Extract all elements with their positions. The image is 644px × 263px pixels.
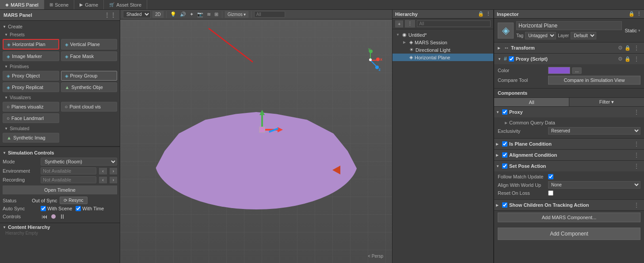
image-marker-btn[interactable]: ◈ Image Marker <box>3 51 59 61</box>
gizmos-chevron: ▾ <box>244 12 246 17</box>
tab-game[interactable]: ▶ Game <box>74 0 104 9</box>
sim-mode-select[interactable]: Synthetic (Room) <box>41 158 117 166</box>
plane-cond-menu-btn[interactable]: ⋮ <box>633 140 640 147</box>
transform-component: ▶ ↔ Transform ⚙ 🔒 ⋮ <box>494 43 644 54</box>
effects-icon[interactable]: ✦ <box>189 12 194 17</box>
env-next-btn[interactable]: › <box>110 168 117 174</box>
transform-settings-icon[interactable]: ⚙ <box>618 45 623 51</box>
transform-lock-icon[interactable]: 🔒 <box>625 45 631 51</box>
show-children-enabled[interactable] <box>502 202 507 208</box>
pose-action-header[interactable]: ▼ Set Pose Action ⋮ <box>494 161 644 171</box>
synthetic-obj-btn[interactable]: ▲ Synthetic Obje <box>61 82 118 92</box>
proxy-script-lock-icon[interactable]: 🔒 <box>625 56 631 62</box>
transform-menu-btn[interactable]: ⋮ <box>633 44 640 51</box>
proxy-header[interactable]: ▼ Proxy ⋮ <box>494 107 644 117</box>
transform-center[interactable] <box>259 127 265 133</box>
proxy-object-btn[interactable]: ◈ Proxy Object <box>3 71 59 81</box>
color-picker-btn[interactable]: ... <box>572 67 582 74</box>
hier-more-btn[interactable]: ⋮ <box>405 20 415 27</box>
gizmo-y-label: y <box>368 47 370 51</box>
planes-viz-btn[interactable]: ○ Planes visualiz <box>3 102 59 112</box>
camera-icon[interactable]: 📷 <box>196 12 204 17</box>
separator-3 <box>251 11 252 18</box>
gizmos-btn[interactable]: Gizmos ▾ <box>225 11 248 18</box>
proxy-group-btn[interactable]: ◈ Proxy Group <box>61 71 118 81</box>
proxy-script-header[interactable]: ▼ # Proxy (Script) ⚙ 🔒 ⋮ <box>494 54 644 64</box>
panel-drag-handle[interactable]: ⋮⋮ <box>104 12 116 19</box>
follow-match-row: Follow Match Update <box>498 173 640 180</box>
align-cond-menu-btn[interactable]: ⋮ <box>633 151 640 159</box>
pose-action-menu-btn[interactable]: ⋮ <box>633 162 640 170</box>
playhead-indicator <box>51 214 56 219</box>
scene-viewport[interactable]: y x z < Persp <box>120 19 392 263</box>
tab-asset-store[interactable]: 🛒 Asset Store <box>104 0 147 9</box>
rec-prev-btn[interactable]: ‹ <box>99 177 107 183</box>
2d-btn[interactable]: 2D <box>152 11 164 18</box>
rec-next-btn[interactable]: › <box>110 177 117 183</box>
face-mask-btn[interactable]: ◈ Face Mask <box>61 51 118 61</box>
filter-filter-btn[interactable]: Filter ▾ <box>569 98 644 106</box>
tree-item-horizontal-plane[interactable]: ◈ Horizontal Plane <box>392 54 493 61</box>
rewind-btn[interactable]: ⏮ <box>42 213 48 220</box>
pause-btn[interactable]: ⏸ <box>59 213 65 220</box>
filter-all-btn[interactable]: All <box>494 98 569 106</box>
y-axis-handle[interactable] <box>261 114 263 127</box>
align-world-up-row: Align With World Up None <box>498 180 640 190</box>
object-type-icon: ◈ <box>502 25 510 36</box>
hierarchy-tree: ▼ ◉ Untitled* ▶ ◈ MARS Session ☀ Directi… <box>392 29 493 63</box>
shading-select[interactable]: Shaded <box>123 11 151 18</box>
add-component-btn[interactable]: Add Component <box>498 228 640 240</box>
tree-item-mars-session[interactable]: ▶ ◈ MARS Session <box>392 39 493 46</box>
proxy-enabled[interactable] <box>502 109 507 115</box>
audio-icon[interactable]: 🔊 <box>179 12 187 17</box>
hierarchy-search-input[interactable] <box>417 20 491 27</box>
with-scene-checkbox[interactable] <box>41 206 46 211</box>
add-mars-component-btn[interactable]: Add MARS Component... <box>498 213 640 222</box>
light-icon[interactable]: 💡 <box>169 12 177 17</box>
compare-tool-row: Compare Tool Compare in Simulation View <box>498 75 640 85</box>
proxy-script-menu-btn[interactable]: ⋮ <box>633 55 640 62</box>
static-dropdown-arrow[interactable]: ▾ <box>638 28 640 33</box>
with-time-checkbox[interactable] <box>76 206 81 211</box>
transform-header[interactable]: ▶ ↔ Transform ⚙ 🔒 ⋮ <box>494 43 644 53</box>
tree-item-directional-light[interactable]: ☀ Directional Light <box>392 46 493 54</box>
mars-panel-icon: ◈ <box>5 2 9 7</box>
tab-mars-panel[interactable]: ◈ MARS Panel <box>0 0 44 9</box>
plane-cond-enabled[interactable] <box>502 141 507 147</box>
tree-item-untitled[interactable]: ▼ ◉ Untitled* <box>392 31 493 39</box>
follow-match-cb[interactable] <box>548 174 553 179</box>
vertical-plane-btn[interactable]: ◈ Vertical Plane <box>61 39 118 50</box>
resync-btn[interactable]: ⟳ Resync <box>60 197 87 204</box>
show-children-header[interactable]: ▶ Show Children On Tracking Action ⋮ <box>494 200 644 210</box>
hier-add-btn[interactable]: + <box>395 20 403 27</box>
compare-sim-view-btn[interactable]: Compare in Simulation View <box>548 76 640 85</box>
align-cond-enabled[interactable] <box>502 152 507 158</box>
show-children-menu-btn[interactable]: ⋮ <box>633 201 640 209</box>
overlay-icon[interactable]: ⊞ <box>213 12 219 17</box>
synthetic-img-btn[interactable]: ▲ Synthetic Imag <box>3 133 59 143</box>
exclusivity-select[interactable]: Reserved <box>548 127 640 135</box>
align-cond-header[interactable]: ▶ Alignment Condition ⋮ <box>494 150 644 160</box>
proxy-replicate-btn[interactable]: ◈ Proxy Replicat <box>3 82 59 92</box>
point-cloud-btn[interactable]: ○ Point cloud vis <box>61 102 118 112</box>
pose-action-enabled[interactable] <box>502 163 507 169</box>
env-prev-btn[interactable]: ‹ <box>99 168 107 174</box>
object-name-input[interactable] <box>516 21 622 30</box>
plane-condition-component: ▶ Is Plane Condition ⋮ <box>494 139 644 150</box>
face-landmark-btn[interactable]: ○ Face Landmarl <box>3 113 59 123</box>
tag-select[interactable]: Untagged <box>525 32 556 39</box>
stats-icon[interactable]: ≋ <box>206 12 212 17</box>
color-swatch[interactable] <box>548 67 570 74</box>
proxy-script-settings-icon[interactable]: ⚙ <box>618 56 623 62</box>
align-world-up-select[interactable]: None <box>548 181 640 189</box>
components-label: Components <box>494 89 644 98</box>
plane-cond-header[interactable]: ▶ Is Plane Condition ⋮ <box>494 139 644 149</box>
layer-select[interactable]: Default <box>571 32 596 39</box>
tab-scene[interactable]: ⊞ Scene <box>44 0 74 9</box>
proxy-script-enabled[interactable] <box>509 56 514 62</box>
proxy-menu-btn[interactable]: ⋮ <box>633 108 640 116</box>
scene-search-input[interactable] <box>254 11 285 18</box>
horizontal-plane-btn[interactable]: ◈ Horizontal Plan <box>3 39 59 50</box>
reset-on-loss-cb[interactable] <box>548 190 553 196</box>
open-timeline-btn[interactable]: Open Timeline <box>3 186 117 194</box>
